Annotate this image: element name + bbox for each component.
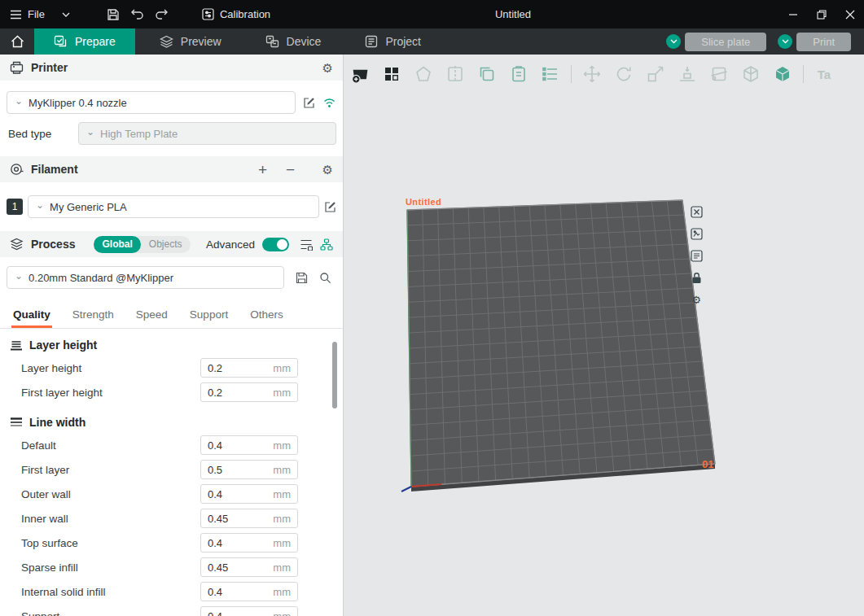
home-button[interactable] (0, 28, 34, 55)
add-plate-icon[interactable] (349, 63, 371, 85)
print-options-dropdown[interactable] (778, 34, 792, 49)
top-surface-input[interactable] (208, 537, 258, 549)
move-icon[interactable] (581, 63, 603, 85)
plate-actions: Slice plate Print (666, 28, 864, 55)
cut-icon[interactable] (708, 63, 730, 85)
paste-icon[interactable] (507, 63, 530, 85)
close-button[interactable] (835, 0, 864, 28)
split-objects-icon[interactable] (444, 63, 467, 85)
process-preset-select[interactable]: ⌄ 0.20mm Standard @MyKlipper (7, 266, 284, 289)
sparse-infill-input[interactable] (208, 561, 258, 574)
top-surface-input-wrap: mm (200, 533, 298, 553)
filament-preset-row: 1 ⌄ My Generic PLA (0, 182, 343, 231)
text-tool-icon[interactable]: Ta (813, 63, 835, 85)
param-label: Outer wall (21, 488, 200, 500)
restore-button[interactable] (807, 0, 835, 28)
plate-settings-icon[interactable]: ⚙ (689, 292, 704, 307)
file-menu-button[interactable]: File (0, 0, 80, 28)
advanced-structure-icon[interactable] (320, 238, 333, 251)
filament-settings-gear-icon[interactable]: ⚙ (322, 164, 333, 176)
bed-type-label: Bed type (7, 128, 68, 140)
param-row-outer-wall: Outer wall mm (0, 482, 343, 506)
first-layer-height-input[interactable] (208, 387, 258, 399)
param-label: First layer (21, 464, 200, 476)
first-layer-line-width-input-wrap: mm (200, 460, 298, 479)
remove-filament-button[interactable]: − (283, 162, 298, 177)
bed-type-select[interactable]: ⌄ High Temp Plate (78, 122, 336, 145)
bed-type-value: High Temp Plate (100, 128, 178, 140)
default-line-width-input[interactable] (208, 439, 258, 452)
tab-others[interactable]: Others (250, 308, 283, 328)
minimize-button[interactable] (778, 0, 807, 28)
arrange-plate-icon[interactable] (689, 226, 704, 241)
lay-on-face-icon[interactable] (676, 63, 699, 85)
group-title-layer-height: Layer height (29, 339, 97, 352)
tab-prepare[interactable]: Prepare (34, 28, 135, 55)
printer-connection-icon[interactable] (322, 97, 336, 108)
chevron-down-icon: ⌄ (15, 96, 23, 106)
tab-speed[interactable]: Speed (136, 308, 168, 328)
options-list-icon[interactable] (300, 238, 313, 251)
rotate-icon[interactable] (612, 63, 635, 85)
sidebar-scrollbar[interactable] (332, 342, 337, 408)
layer-height-input[interactable] (208, 362, 258, 374)
add-filament-button[interactable]: + (256, 162, 270, 177)
param-row-internal-solid-infill: Internal solid infill mm (0, 579, 343, 604)
save-button[interactable] (101, 3, 125, 26)
project-icon (365, 35, 378, 48)
undo-button[interactable] (125, 3, 150, 26)
redo-button[interactable] (150, 3, 174, 26)
printer-preset-select[interactable]: ⌄ MyKlipper 0.4 nozzle (7, 91, 296, 114)
scope-objects-segment[interactable]: Objects (141, 236, 191, 253)
mesh-split-icon[interactable] (739, 63, 762, 85)
printer-icon (10, 61, 24, 74)
scale-icon[interactable] (644, 63, 667, 85)
plate-name-label[interactable]: Untitled (406, 197, 441, 207)
printer-settings-gear-icon[interactable]: ⚙ (322, 62, 333, 74)
first-layer-height-input-wrap: mm (200, 382, 298, 402)
support-line-width-input-wrap: mm (200, 606, 298, 616)
sparse-infill-input-wrap: mm (200, 557, 298, 577)
edit-filament-preset-icon[interactable] (324, 201, 336, 213)
advanced-toggle[interactable] (262, 238, 289, 251)
scope-global-segment[interactable]: Global (94, 236, 140, 253)
tab-device[interactable]: Device (246, 28, 341, 55)
outer-wall-input[interactable] (208, 488, 258, 500)
rename-plate-icon[interactable] (689, 248, 704, 263)
inner-wall-input[interactable] (208, 513, 258, 525)
support-line-width-input[interactable] (208, 610, 258, 616)
delete-plate-icon[interactable] (689, 204, 704, 219)
color-paint-icon[interactable] (771, 63, 794, 85)
tab-quality[interactable]: Quality (13, 308, 50, 328)
first-layer-line-width-input[interactable] (208, 464, 258, 476)
param-row-default: Default mm (0, 433, 343, 457)
tab-preview[interactable]: Preview (140, 28, 241, 55)
tab-support[interactable]: Support (190, 308, 228, 328)
filament-preset-select[interactable]: ⌄ My Generic PLA (28, 195, 319, 218)
viewport-3d[interactable]: Ta Untitled 01 (344, 55, 864, 616)
group-header-layer-height: Layer height (0, 329, 343, 356)
print-button[interactable]: Print (796, 33, 851, 51)
tab-project[interactable]: Project (345, 28, 441, 55)
object-list-icon[interactable] (539, 63, 562, 85)
arrange-icon[interactable] (380, 63, 403, 85)
copy-icon[interactable] (476, 63, 498, 85)
save-preset-icon[interactable] (296, 272, 308, 284)
slice-options-dropdown[interactable] (666, 34, 681, 49)
slice-plate-button[interactable]: Slice plate (685, 33, 766, 51)
layer-height-input-wrap: mm (200, 358, 298, 378)
printer-preset-value: MyKlipper 0.4 nozzle (29, 97, 127, 109)
edit-printer-preset-icon[interactable] (303, 97, 315, 109)
internal-solid-infill-input[interactable] (208, 586, 258, 598)
group-header-line-width: Line width (0, 404, 343, 433)
search-settings-icon[interactable] (319, 272, 331, 284)
build-plate[interactable] (344, 55, 863, 616)
filament-slot-badge[interactable]: 1 (7, 199, 23, 215)
auto-orient-icon[interactable] (412, 63, 435, 85)
lock-plate-icon[interactable] (689, 270, 704, 285)
filament-spool-icon (10, 163, 24, 176)
calibration-button[interactable]: Calibration (195, 0, 277, 28)
param-row-layer-height: Layer height mm (0, 356, 343, 380)
tab-strength[interactable]: Strength (72, 308, 114, 328)
param-label: Top surface (21, 537, 200, 549)
